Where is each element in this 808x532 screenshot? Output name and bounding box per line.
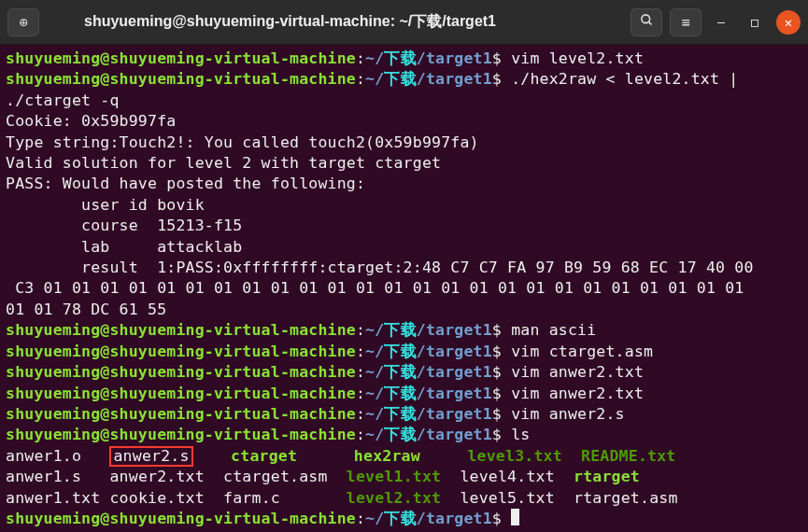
- new-tab-button[interactable]: ⊕: [7, 8, 39, 36]
- search-icon: [640, 13, 654, 31]
- cursor: [511, 509, 519, 525]
- out-l6: course 15213-f15: [6, 217, 242, 234]
- close-button[interactable]: ✕: [776, 10, 801, 35]
- maximize-icon: □: [751, 15, 758, 29]
- ls-r3c1: anwer1.txt: [6, 489, 109, 507]
- ls-r2c3: level1.txt: [347, 468, 441, 485]
- new-tab-icon: ⊕: [19, 14, 27, 31]
- cmd-6: vim anwer2.txt: [511, 385, 644, 402]
- ls-r2c5: rtarget: [574, 468, 640, 485]
- cmd-8: ls: [511, 426, 530, 443]
- cmd-3: man ascii: [511, 321, 596, 339]
- ls-r3c2: cookie.txt farm.c: [109, 489, 346, 507]
- ls-r2c2: anwer2.txt ctarget.asm: [109, 468, 346, 485]
- cmd-1: vim level2.txt: [511, 49, 644, 67]
- out-l7: lab attacklab: [6, 238, 242, 256]
- out-l9: C3 01 01 01 01 01 01 01 01 01 01 01 01 0…: [6, 279, 754, 297]
- prompt-dollar: $: [492, 49, 502, 67]
- out-l8: result 1:PASS:0xffffffff:ctarget:2:48 C7…: [6, 259, 754, 276]
- ls-r2c1: anwer1.s: [6, 468, 109, 485]
- ls-r1c9: README.txt: [581, 447, 675, 465]
- cmd-5: vim anwer2.txt: [511, 363, 644, 381]
- maximize-button[interactable]: □: [743, 10, 767, 35]
- search-button[interactable]: [631, 8, 662, 36]
- prompt-user-host: shuyueming@shuyueming-virtual-machine: [6, 70, 356, 88]
- ls-r2c4: level4.txt: [441, 468, 574, 485]
- out-l5: user id bovik: [6, 196, 205, 214]
- cmd-2b: ./ctarget -q: [6, 91, 120, 109]
- ls-r1c2: anwer2.s: [113, 447, 189, 465]
- menu-button[interactable]: ≡: [670, 8, 702, 36]
- hamburger-icon: ≡: [681, 14, 689, 31]
- minimize-icon: —: [717, 15, 725, 29]
- cmd-7: vim anwer2.s: [511, 405, 625, 423]
- close-icon: ✕: [785, 15, 792, 30]
- out-l4: PASS: Would have posted the following:: [6, 175, 365, 192]
- ls-r3c4: level5.txt rtarget.asm: [441, 489, 677, 507]
- out-l10: 01 01 78 DC 61 55: [6, 301, 166, 318]
- ls-r1c8: level3.txt: [467, 447, 581, 465]
- ls-r1c4: ctarget: [231, 447, 297, 465]
- prompt-colon: :: [356, 49, 365, 67]
- prompt-dir2: target1: [426, 49, 492, 67]
- prompt-slash: /: [375, 49, 384, 67]
- ls-r1c1: anwer1.o: [6, 447, 109, 465]
- ls-r1c6: hex2raw: [354, 447, 420, 465]
- minimize-button[interactable]: —: [709, 10, 733, 35]
- prompt-tilde: ~: [365, 49, 375, 67]
- cmd-4: vim ctarget.asm: [511, 343, 653, 360]
- svg-line-1: [648, 21, 651, 24]
- window-title: shuyueming@shuyueming-virtual-machine: ~…: [47, 12, 623, 32]
- ls-r3c3: level2.txt: [347, 489, 441, 507]
- out-l2: Type string:Touch2!: You called touch2(0…: [6, 133, 479, 151]
- out-l1: Cookie: 0x59b997fa: [6, 112, 176, 130]
- prompt-user-host: shuyueming@shuyueming-virtual-machine: [6, 49, 356, 67]
- prompt-dir1: 下载: [384, 49, 416, 67]
- svg-point-0: [641, 15, 649, 23]
- out-l3: Valid solution for level 2 with target c…: [6, 154, 441, 172]
- prompt-slash: /: [417, 49, 426, 67]
- cmd-2a: ./hex2raw < level2.txt |: [511, 70, 747, 88]
- highlight-box: anwer2.s: [109, 446, 192, 467]
- terminal-area[interactable]: shuyueming@shuyueming-virtual-machine:~/…: [0, 45, 808, 532]
- titlebar: ⊕ shuyueming@shuyueming-virtual-machine:…: [0, 0, 808, 45]
